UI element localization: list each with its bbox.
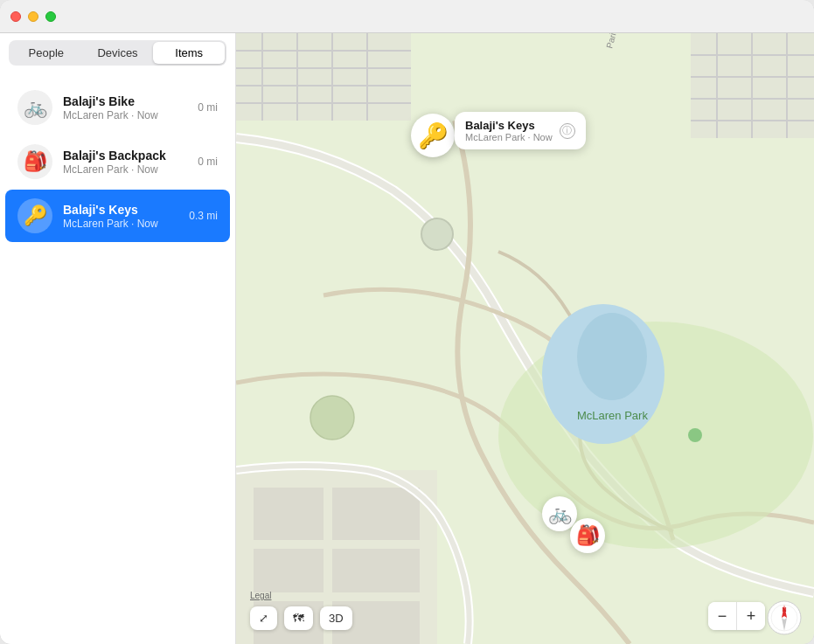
main-content: People Devices Items 🚲 Balaji's Bike McL…: [0, 33, 814, 644]
svg-point-29: [421, 218, 453, 250]
item-backpack-distance: 0 mi: [198, 156, 218, 168]
item-keys[interactable]: 🔑 Balaji's Keys McLaren Park · Now 0.3 m…: [5, 190, 230, 242]
map-popup-keys: Balaji's Keys McLaren Park · Now ⓘ: [455, 112, 586, 149]
svg-rect-26: [332, 549, 420, 592]
app-window: People Devices Items 🚲 Balaji's Bike McL…: [0, 0, 814, 644]
svg-point-30: [310, 396, 354, 440]
item-keys-distance: 0.3 mi: [189, 210, 218, 222]
keys-map-pin[interactable]: 🔑: [411, 114, 455, 157]
svg-rect-25: [332, 488, 420, 540]
svg-point-3: [577, 313, 647, 400]
backpack-pin-circle: 🎒: [570, 518, 605, 553]
tab-group: People Devices Items: [9, 40, 226, 66]
item-keys-sub: McLaren Park · Now: [63, 218, 182, 230]
maximize-button[interactable]: [45, 11, 56, 22]
popup-info-button[interactable]: ⓘ: [560, 123, 575, 139]
sidebar: People Devices Items 🚲 Balaji's Bike McL…: [0, 33, 236, 644]
items-list: 🚲 Balaji's Bike McLaren Park · Now 0 mi …: [0, 73, 235, 644]
item-keys-icon: 🔑: [17, 198, 52, 233]
item-bike-icon: 🚲: [17, 90, 52, 125]
item-backpack[interactable]: 🎒 Balaji's Backpack McLaren Park · Now 0…: [5, 135, 230, 188]
svg-point-31: [688, 428, 702, 442]
title-bar: [0, 0, 814, 33]
item-backpack-name: Balaji's Backpack: [63, 149, 191, 163]
tab-devices[interactable]: Devices: [82, 42, 154, 64]
item-bike-text: Balaji's Bike McLaren Park · Now: [63, 94, 191, 121]
zoom-controls: − +: [708, 602, 765, 630]
item-backpack-sub: McLaren Park · Now: [63, 163, 191, 176]
traffic-lights: [10, 11, 56, 22]
legal-text[interactable]: Legal: [250, 591, 271, 600]
three-d-label: 3D: [329, 612, 344, 625]
map-type-button[interactable]: 🗺: [284, 606, 313, 630]
three-d-button[interactable]: 3D: [320, 606, 352, 630]
item-bike[interactable]: 🚲 Balaji's Bike McLaren Park · Now 0 mi: [5, 81, 230, 134]
popup-title: Balaji's Keys: [465, 119, 553, 132]
direction-icon: ⤢: [259, 612, 268, 625]
svg-rect-23: [254, 488, 324, 540]
svg-rect-24: [254, 549, 324, 592]
item-bike-sub: McLaren Park · Now: [63, 109, 191, 121]
keys-pin-circle: 🔑: [411, 114, 455, 157]
item-backpack-text: Balaji's Backpack McLaren Park · Now: [63, 149, 191, 176]
close-button[interactable]: [10, 11, 21, 22]
zoom-in-button[interactable]: +: [737, 602, 765, 630]
item-bike-distance: 0 mi: [198, 101, 218, 114]
item-keys-text: Balaji's Keys McLaren Park · Now: [63, 203, 182, 230]
popup-subtitle: McLaren Park · Now: [465, 132, 553, 142]
map-area: Paris Ave �: [236, 33, 814, 644]
item-backpack-icon: 🎒: [17, 144, 52, 179]
minimize-button[interactable]: [28, 11, 38, 22]
direction-button[interactable]: ⤢: [250, 606, 277, 630]
svg-text:N: N: [782, 606, 786, 613]
compass[interactable]: N: [767, 600, 802, 635]
map-icon: 🗺: [293, 612, 304, 625]
backpack-map-pin[interactable]: 🎒: [570, 518, 605, 553]
item-keys-name: Balaji's Keys: [63, 203, 182, 217]
tab-people[interactable]: People: [10, 42, 82, 64]
tab-items[interactable]: Items: [153, 42, 225, 64]
popup-text: Balaji's Keys McLaren Park · Now: [465, 119, 553, 142]
item-bike-name: Balaji's Bike: [63, 94, 191, 108]
zoom-out-button[interactable]: −: [708, 602, 736, 630]
map-controls-bottom: ⤢ 🗺 3D: [250, 606, 352, 630]
